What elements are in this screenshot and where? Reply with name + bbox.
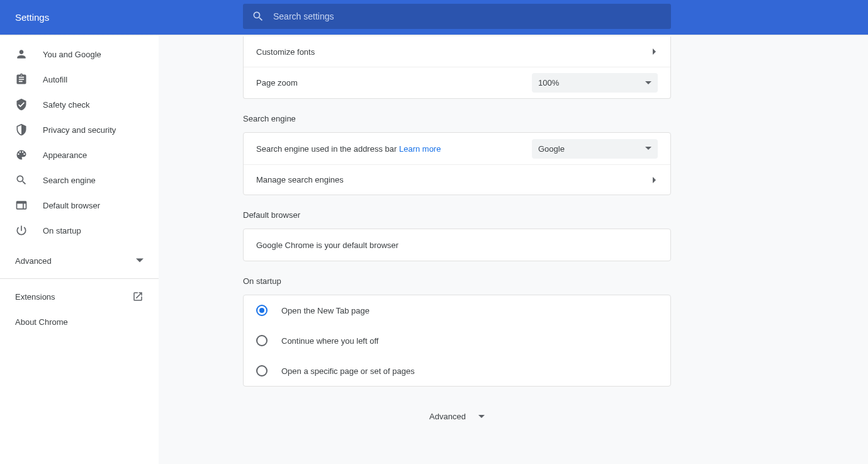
- main-content: Customize fonts Page zoom 100% Search en…: [159, 36, 868, 464]
- sidebar-advanced-toggle[interactable]: Advanced: [0, 248, 159, 273]
- page-title: Settings: [15, 12, 49, 23]
- sidebar-item-search-engine[interactable]: Search engine: [0, 167, 159, 193]
- chevron-right-icon: [651, 177, 658, 183]
- startup-option-label: Open the New Tab page: [281, 306, 369, 315]
- advanced-label: Advanced: [15, 256, 52, 266]
- extensions-label: Extensions: [15, 292, 55, 302]
- startup-option-label: Continue where you left off: [281, 336, 378, 346]
- section-title-default-browser: Default browser: [243, 210, 671, 220]
- sidebar-item-label: Search engine: [43, 176, 96, 185]
- startup-option-new-tab[interactable]: Open the New Tab page: [244, 295, 670, 325]
- app-header: Settings: [0, 0, 868, 35]
- sidebar-item-label: Default browser: [43, 201, 100, 210]
- section-title-search-engine: Search engine: [243, 114, 671, 123]
- manage-search-engines-label: Manage search engines: [256, 175, 344, 184]
- page-zoom-row: Page zoom 100%: [244, 67, 670, 98]
- default-browser-row: Google Chrome is your default browser: [244, 229, 670, 261]
- search-input[interactable]: [273, 11, 662, 21]
- browser-icon: [15, 199, 28, 212]
- customize-fonts-label: Customize fonts: [256, 47, 315, 57]
- page-zoom-dropdown[interactable]: 100%: [532, 73, 658, 93]
- sidebar-item-extensions[interactable]: Extensions: [0, 284, 159, 309]
- sidebar-divider: [0, 278, 159, 279]
- sidebar-item-label: Safety check: [43, 100, 89, 110]
- sidebar-item-safety-check[interactable]: Safety check: [0, 92, 159, 117]
- page-zoom-label: Page zoom: [256, 78, 298, 88]
- startup-option-continue[interactable]: Continue where you left off: [244, 325, 670, 356]
- search-icon: [252, 10, 264, 23]
- search-engine-value: Google: [538, 144, 565, 154]
- search-icon: [15, 174, 28, 186]
- default-browser-text: Google Chrome is your default browser: [256, 240, 398, 250]
- clipboard-icon: [15, 73, 28, 86]
- startup-option-specific-pages[interactable]: Open a specific page or set of pages: [244, 356, 670, 386]
- sidebar-item-on-startup[interactable]: On startup: [0, 218, 159, 243]
- about-label: About Chrome: [15, 317, 68, 327]
- chevron-right-icon: [651, 48, 658, 55]
- sidebar-item-about[interactable]: About Chrome: [0, 309, 159, 334]
- page-zoom-value: 100%: [538, 78, 559, 88]
- search-box[interactable]: [243, 4, 671, 29]
- sidebar-item-label: Privacy and security: [43, 125, 116, 135]
- sidebar-item-label: You and Google: [43, 50, 101, 59]
- chevron-down-icon: [645, 145, 651, 152]
- radio-icon[interactable]: [256, 365, 268, 376]
- footer-advanced-label: Advanced: [429, 412, 466, 421]
- sidebar-item-autofill[interactable]: Autofill: [0, 67, 159, 92]
- sidebar-item-you-and-google[interactable]: You and Google: [0, 42, 159, 67]
- search-engine-label: Search engine used in the address bar: [256, 144, 397, 154]
- manage-search-engines-row[interactable]: Manage search engines: [244, 164, 670, 195]
- shield-icon: [15, 123, 28, 136]
- section-title-on-startup: On startup: [243, 276, 671, 286]
- sidebar-item-default-browser[interactable]: Default browser: [0, 193, 159, 218]
- person-icon: [15, 48, 28, 60]
- palette-icon: [15, 149, 28, 161]
- power-icon: [15, 224, 28, 237]
- search-engine-dropdown[interactable]: Google: [532, 139, 658, 159]
- search-engine-row: Search engine used in the address bar Le…: [244, 133, 670, 164]
- startup-option-label: Open a specific page or set of pages: [281, 366, 415, 376]
- sidebar: You and Google Autofill Safety check Pri…: [0, 36, 159, 464]
- customize-fonts-row[interactable]: Customize fonts: [244, 37, 670, 67]
- learn-more-link[interactable]: Learn more: [399, 144, 441, 154]
- sidebar-item-label: Autofill: [43, 75, 67, 84]
- footer-advanced-toggle[interactable]: Advanced: [243, 412, 671, 421]
- chevron-down-icon: [645, 80, 651, 86]
- sidebar-item-label: Appearance: [43, 150, 87, 160]
- radio-icon[interactable]: [256, 305, 268, 316]
- sidebar-item-appearance[interactable]: Appearance: [0, 142, 159, 167]
- sidebar-item-privacy[interactable]: Privacy and security: [0, 117, 159, 142]
- chevron-down-icon: [136, 257, 144, 264]
- check-shield-icon: [15, 98, 28, 111]
- open-in-new-icon: [132, 291, 144, 302]
- radio-icon[interactable]: [256, 335, 268, 346]
- sidebar-item-label: On startup: [43, 226, 81, 235]
- chevron-down-icon: [478, 414, 485, 420]
